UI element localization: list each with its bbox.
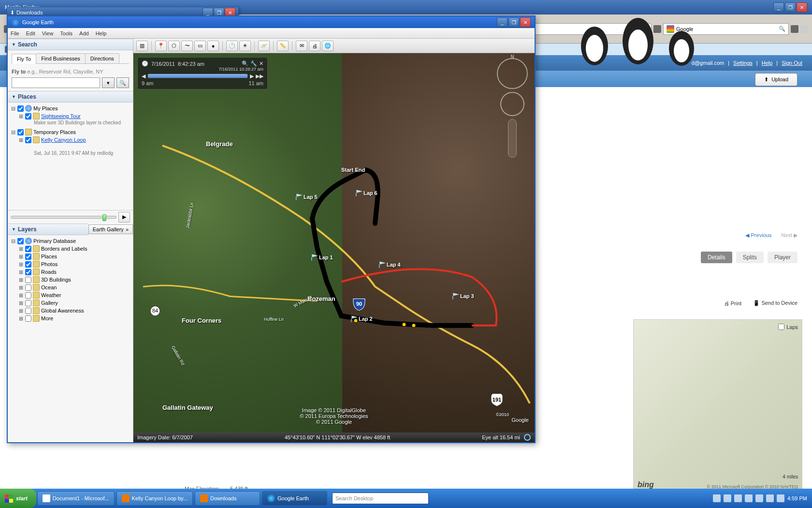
print-button[interactable]: 🖨 Print (724, 300, 742, 306)
tray-icon[interactable] (724, 494, 731, 502)
layer-item[interactable]: ⊞Places (18, 253, 130, 260)
taskbar-item[interactable]: Kelly Canyon Loop by... (116, 491, 193, 506)
minimize-button[interactable]: _ (773, 2, 784, 12)
tab-player[interactable]: Player (768, 252, 798, 263)
record-tour-button[interactable]: ● (207, 41, 219, 51)
close-button[interactable]: ✕ (520, 17, 531, 27)
wrench-icon[interactable]: 🔧 (250, 60, 257, 67)
tray-icon[interactable] (766, 494, 774, 502)
maximize-button[interactable]: ❐ (785, 2, 796, 12)
minimize-button[interactable]: _ (497, 17, 508, 27)
layer-item[interactable]: ⊞Ocean (18, 284, 130, 291)
layer-checkbox[interactable] (25, 254, 31, 260)
layer-item[interactable]: ⊞More (18, 314, 130, 322)
sightseeing-checkbox[interactable] (25, 113, 31, 120)
settings-link[interactable]: Settings (733, 60, 753, 66)
layer-checkbox[interactable] (25, 246, 31, 252)
taskbar-item[interactable]: Downloads (195, 491, 260, 506)
taskbar-item[interactable]: Document1 - Microsof... (37, 491, 115, 506)
flyto-input[interactable] (12, 77, 100, 88)
planet-button[interactable]: 🪐 (258, 41, 270, 51)
place-four-corners[interactable]: Four Corners (182, 317, 221, 324)
path-button[interactable]: 〜 (181, 41, 193, 51)
navigation-controls[interactable]: N (495, 58, 530, 135)
activity-mini-map[interactable]: Laps 4 miles © 2011 Microsoft Corporatio… (633, 319, 802, 493)
maximize-button[interactable]: ❐ (508, 17, 519, 27)
send-to-device-button[interactable]: 📱 Send to Device (753, 300, 798, 306)
zoom-out-time-icon[interactable]: 🔍 (242, 60, 248, 67)
layer-checkbox[interactable] (25, 315, 31, 322)
menu-tools[interactable]: Tools (60, 30, 72, 36)
print-button[interactable]: 🖨 (309, 41, 320, 51)
kelly-checkbox[interactable] (25, 137, 31, 143)
layer-checkbox[interactable] (25, 292, 31, 299)
previous-link[interactable]: ◀ Previous (745, 232, 771, 239)
upload-button[interactable]: ⬆ Upload (755, 73, 798, 86)
image-overlay-button[interactable]: ▭ (194, 41, 206, 51)
layer-item[interactable]: ⊞Roads (18, 268, 130, 276)
step-back-icon[interactable]: ◀ (142, 73, 145, 79)
tab-find-businesses[interactable]: Find Businesses (36, 53, 86, 63)
play-tour-button[interactable]: ▶ (118, 212, 130, 223)
history-dropdown-button[interactable]: ▾ (102, 77, 115, 88)
tab-directions[interactable]: Directions (85, 53, 119, 63)
tray-icon[interactable] (755, 494, 763, 502)
close-button[interactable]: ✕ (797, 2, 807, 12)
clock[interactable]: 4:59 PM (787, 495, 807, 501)
places-panel-header[interactable]: Places (8, 91, 133, 103)
taskbar-item[interactable]: Google Earth (262, 491, 327, 506)
time-slider[interactable]: 🕐 7/16/2011 8:42:23 am 🔍🔧✕ 7/16/2011 10:… (137, 57, 268, 90)
layer-checkbox[interactable] (25, 269, 31, 275)
polygon-button[interactable]: ⬠ (168, 41, 180, 51)
layer-checkbox[interactable] (25, 277, 31, 283)
myplaces-checkbox[interactable] (17, 105, 24, 112)
step-fwd-icon[interactable]: ▶ (250, 73, 254, 79)
close-time-icon[interactable]: ✕ (259, 60, 263, 67)
layer-item[interactable]: ⊞Borders and Labels (18, 245, 130, 253)
start-button[interactable]: start (0, 489, 36, 508)
help-link[interactable]: Help (762, 60, 773, 66)
earth-gallery-button[interactable]: Earth Gallery » (88, 224, 133, 234)
next-link[interactable]: Next ▶ (781, 232, 798, 239)
menu-file[interactable]: File (11, 30, 19, 36)
sun-button[interactable]: ☀ (239, 41, 251, 51)
clock-button[interactable]: 🕐 (226, 41, 238, 51)
play-icon[interactable]: ▶▶ (256, 73, 263, 79)
menu-help[interactable]: Help (96, 30, 107, 36)
search-magnify-icon[interactable]: 🔍 (779, 26, 785, 32)
kelly-canyon-link[interactable]: Kelly Canyon Loop (41, 137, 86, 143)
tray-icon[interactable] (777, 494, 784, 502)
signout-link[interactable]: Sign Out (782, 60, 802, 66)
search-button[interactable]: 🔍 (116, 77, 129, 88)
email-button[interactable]: ✉ (296, 41, 307, 51)
ge-3d-viewer[interactable]: 90 191 84 🕐 7/16/2011 8:42:23 am 🔍🔧✕ (133, 53, 535, 442)
ruler-button[interactable]: 📏 (277, 41, 289, 51)
seo-icon[interactable] (800, 25, 808, 33)
place-belgrade[interactable]: Belgrade (206, 140, 233, 148)
tray-icon[interactable] (734, 494, 742, 502)
time-track[interactable] (147, 74, 248, 78)
tray-icon[interactable] (713, 494, 721, 502)
layer-checkbox[interactable] (25, 261, 31, 268)
tab-details[interactable]: Details (701, 252, 732, 263)
layer-checkbox[interactable] (25, 284, 31, 291)
view-in-maps-button[interactable]: 🌐 (322, 41, 334, 51)
laps-checkbox[interactable] (778, 324, 784, 330)
place-gallatin-gateway[interactable]: Gallatin Gateway (162, 404, 213, 411)
layer-checkbox[interactable] (25, 300, 31, 306)
layer-item[interactable]: ⊞Global Awareness (18, 307, 130, 314)
layer-item[interactable]: ⊞3D Buildings (18, 276, 130, 284)
layer-item[interactable]: ⊞Photos (18, 260, 130, 268)
menu-add[interactable]: Add (79, 30, 89, 36)
tray-icon[interactable] (745, 494, 753, 502)
layer-item[interactable]: ⊞Gallery (18, 299, 130, 307)
sidebar-toggle-button[interactable]: ▥ (136, 41, 148, 51)
menu-edit[interactable]: Edit (26, 30, 35, 36)
layer-checkbox[interactable] (25, 308, 31, 314)
home-icon[interactable] (791, 25, 798, 33)
layer-item[interactable]: ⊞Weather (18, 291, 130, 299)
temporary-checkbox[interactable] (17, 129, 24, 135)
search-panel-header[interactable]: Search (8, 39, 133, 50)
layers-panel-header[interactable]: Layers (8, 224, 88, 235)
tab-flyto[interactable]: Fly To (12, 54, 36, 64)
